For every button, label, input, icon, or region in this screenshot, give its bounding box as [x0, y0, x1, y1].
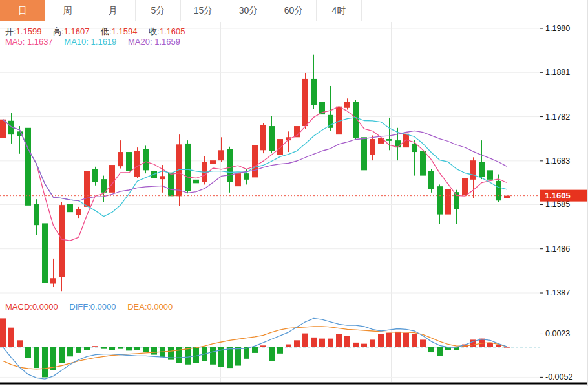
macd-tick-label: -0.0052 — [545, 372, 572, 381]
macd-value: MACD:0.0000 — [5, 302, 58, 312]
price-tick-label: 1.1683 — [545, 156, 570, 166]
ma20-value: MA20: 1.1659 — [128, 37, 180, 47]
tab-weekly[interactable]: 周 — [45, 0, 90, 21]
ma-legend: MA5: 1.1637 MA10: 1.1619 MA20: 1.1659 — [5, 37, 189, 47]
ma5-value: MA5: 1.1637 — [5, 37, 53, 47]
tab-5min[interactable]: 5分 — [136, 0, 181, 21]
candlestick-layer — [0, 55, 510, 292]
price-tick-label: 1.1486 — [545, 244, 570, 253]
price-tick-label: 1.1881 — [545, 68, 570, 77]
macd-tick-label: 0.0023 — [545, 329, 570, 338]
ohlc-legend: 开:1.1599 高:1.1607 低:1.1594 收:1.1605 — [5, 26, 194, 38]
current-price-text: 1.1605 — [545, 191, 571, 200]
tab-60min[interactable]: 60分 — [271, 0, 317, 21]
close-value: 收:1.1605 — [149, 27, 185, 36]
chart-canvas[interactable]: 1.19801.18811.17821.16831.15851.14861.13… — [0, 21, 588, 386]
tab-4hour[interactable]: 4时 — [317, 0, 362, 21]
diff-value: DIFF:0.0000 — [69, 302, 116, 312]
tab-15min[interactable]: 15分 — [181, 0, 226, 21]
tab-30min[interactable]: 30分 — [226, 0, 271, 21]
low-value: 低:1.1594 — [101, 27, 137, 36]
open-value: 开:1.1599 — [5, 27, 41, 36]
price-tick-label: 1.1980 — [545, 24, 570, 33]
period-tabbar: 日 周 月 5分 15分 30分 60分 4时 — [0, 0, 588, 21]
high-value: 高:1.1607 — [53, 27, 89, 36]
dea-value: DEA:0.0000 — [127, 302, 173, 312]
macd-layer — [0, 318, 510, 379]
ma10-value: MA10: 1.1619 — [64, 37, 116, 47]
tab-monthly[interactable]: 月 — [90, 0, 136, 21]
price-tick-label: 1.1387 — [545, 288, 570, 297]
tab-daily[interactable]: 日 — [0, 0, 45, 21]
kline-chart-app: 日 周 月 5分 15分 30分 60分 4时 开:1.1599 高:1.160… — [0, 0, 588, 386]
macd-legend: MACD:0.0000 DIFF:0.0000 DEA:0.0000 — [5, 302, 182, 312]
price-tick-label: 1.1782 — [545, 113, 570, 122]
